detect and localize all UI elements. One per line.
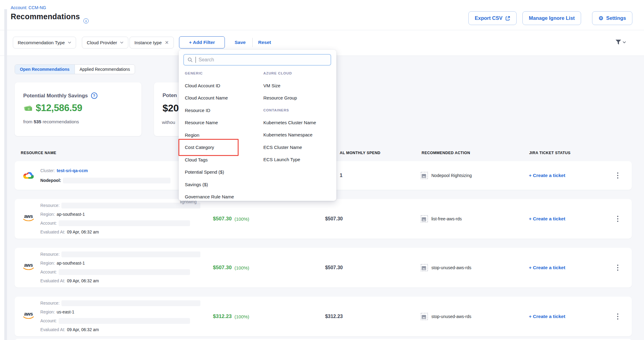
row-menu-kebab-icon[interactable] [614,297,621,336]
resource-label: Resource: [40,301,60,306]
filter-option-cost-category[interactable]: Cost Category [185,141,258,154]
add-filter-button[interactable]: + Add Filter [179,36,225,49]
filter-option-resource-group[interactable]: Resource Group [263,92,334,104]
column-header-recommended-action[interactable]: RECOMMENDED ACTION [422,151,470,155]
evaluated-label: Evaluated At: [40,230,65,234]
section-title-generic: GENERIC [185,67,258,79]
evaluated-label: Evaluated At: [40,327,65,332]
filter-option-savings[interactable]: Savings ($) [185,178,258,191]
create-ticket-link[interactable]: + Create a ticket [529,297,565,336]
cluster-name-link[interactable]: test-sri-qa-ccm [57,168,88,173]
create-ticket-link[interactable]: + Create a ticket [529,161,565,190]
redacted-value [61,300,200,306]
row-menu-kebab-icon[interactable] [614,199,621,239]
table-row[interactable]: aws Resource: Region:us-east-1 Account: … [15,297,632,336]
export-csv-label: Export CSV [475,15,503,21]
manage-ignore-list-label: Manage Ignore List [529,15,575,21]
monthly-spend-value: $507.30 [306,248,343,288]
create-ticket-link[interactable]: + Create a ticket [529,199,565,239]
evaluated-label: Evaluated At: [40,279,65,283]
manage-ignore-list-button[interactable]: Manage Ignore List [522,11,581,25]
create-ticket-link[interactable]: + Create a ticket [529,248,565,288]
column-header-resource-name[interactable]: RESOURCE NAME [21,151,56,155]
filter-option-kubernetes-namespace[interactable]: Kubernetes Namespace [263,129,334,141]
tab-open-recommendations[interactable]: Open Recommendations [15,65,75,74]
help-icon[interactable]: ? [91,92,97,99]
evaluated-value: 09 Apr, 06:32 am [67,230,99,234]
potential-monthly-savings-card: Potential Monthly Savings ? $12,586.59 f… [15,82,141,136]
settings-label: Settings [606,15,626,21]
filter-chip-instance-type[interactable]: Instance type ✕ [130,37,174,49]
account-label: Account: [40,270,57,274]
column-header-total-monthly-spend[interactable]: AL MONTHLY SPEND [340,151,380,155]
savings-value-row: $12,586.59 [23,103,82,114]
filter-option-ecs-launch-type[interactable]: ECS Launch Type [263,154,334,166]
recommended-action-cell: stop-unused-aws-rds [421,248,471,288]
redacted-value [59,269,190,275]
region-value: ap-southeast-1 [57,261,85,266]
redacted-value [61,203,200,208]
filter-option-ecs-cluster-name[interactable]: ECS Cluster Name [263,141,334,154]
region-label: Region: [40,310,55,314]
monthly-spend-value-fragment: 1 [340,161,342,190]
region-label: Region: [40,212,55,217]
filter-option-potential-spend[interactable]: Potential Spend ($) [185,166,258,179]
dropdown-search-box[interactable] [183,54,331,66]
filter-option-vm-size[interactable]: VM Size [263,79,334,92]
account-label: Account: [40,319,57,323]
redacted-value [61,251,200,257]
filter-chip-recommendation-type[interactable]: Recommendation Type [13,37,76,49]
money-icon [23,104,33,112]
savings-count: 535 [34,119,41,124]
row-menu-kebab-icon[interactable] [614,161,621,190]
monthly-savings-cell: $507.30 (100%) [213,248,249,288]
account-label: Account: [40,221,57,226]
filter-option-cloud-tags[interactable]: Cloud Tags [185,154,258,166]
filter-option-resource-name[interactable]: Resource Name [185,117,258,129]
savings-value: $507.30 [213,216,232,222]
save-filter-link[interactable]: Save [235,40,246,45]
savings-percent: (100%) [234,314,249,319]
redacted-value [59,318,190,324]
filter-panel-toggle[interactable] [615,39,626,45]
recommended-action-label: stop-unused-aws-rds [431,314,471,319]
evaluated-value: 09 Apr, 06:32 am [67,327,99,332]
filter-option-governance-rule-name[interactable]: Governance Rule Name [185,191,258,203]
spend-card-note-fragment: withou [162,120,175,125]
add-filter-dropdown: GENERIC Cloud Account ID Cloud Account N… [179,50,336,201]
tab-applied-recommendations[interactable]: Applied Recommendations [75,65,135,74]
recommended-action-cell: stop-unused-aws-rds [421,297,471,336]
filter-option-cloud-account-id[interactable]: Cloud Account ID [185,79,258,92]
broken-image-icon [421,172,428,179]
savings-card-title-text: Potential Monthly Savings [23,93,88,99]
close-icon[interactable]: ✕ [165,40,169,45]
filter-option-kubernetes-cluster-name[interactable]: Kubernetes Cluster Name [263,116,334,129]
reset-filter-link[interactable]: Reset [258,40,271,45]
gear-icon: ⚙ [598,16,603,21]
left-edge-strip [4,9,7,340]
filter-option-region[interactable]: Region [185,129,258,141]
search-icon [188,57,193,63]
table-row[interactable]: aws Resource: Region:ap-southeast-1 Acco… [15,248,632,288]
search-input[interactable] [199,57,327,63]
chip-label: Cloud Provider [87,40,117,45]
filter-option-cloud-account-name[interactable]: Cloud Account Name [185,92,258,104]
chip-label: Instance type [134,40,162,45]
chevron-down-icon [120,42,123,44]
row-menu-kebab-icon[interactable] [614,248,621,288]
info-icon[interactable]: i [83,18,89,24]
export-csv-button[interactable]: Export CSV [468,11,517,25]
breadcrumb[interactable]: Account: CCM-NG [11,5,46,10]
savings-subtext: from 535 recommendations [23,119,79,124]
broken-image-icon [421,215,428,222]
savings-sub-prefix: from [23,119,32,124]
filter-chip-cloud-provider[interactable]: Cloud Provider [82,37,128,49]
table-row[interactable]: aws Resource: Region:ap-southeast-1 Acco… [15,199,632,239]
chevron-down-icon [623,41,626,43]
column-header-jira-ticket-status[interactable]: JIRA TICKET STATUS [529,151,570,155]
filter-option-resource-id[interactable]: Resource ID [185,104,258,117]
savings-amount: $12,586.59 [36,103,82,114]
recommended-action-label: list-free-aws-rds [431,216,462,221]
monthly-spend-value: $507.30 [306,199,343,239]
settings-button[interactable]: ⚙ Settings [592,11,632,25]
